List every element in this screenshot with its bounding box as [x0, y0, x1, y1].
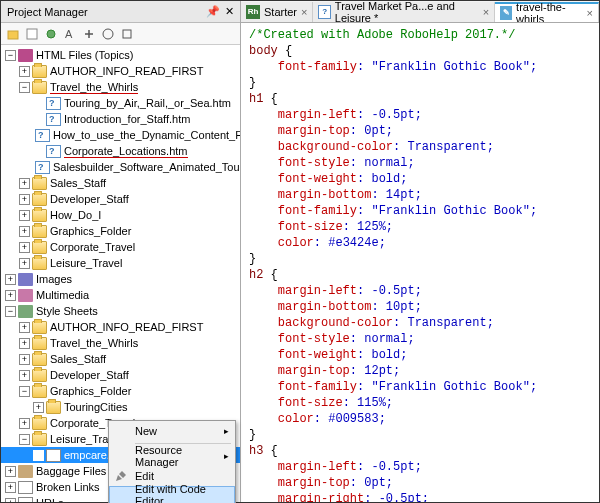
folder-icon: [32, 433, 47, 446]
tree-images[interactable]: +Images: [1, 271, 240, 287]
folder-icon: [32, 225, 47, 238]
folder-icon: [32, 209, 47, 222]
folder-icon: [32, 417, 47, 430]
close-icon[interactable]: ✕: [222, 5, 236, 19]
folder-icon: [32, 385, 47, 398]
toolbar-icon-3[interactable]: [43, 26, 59, 42]
folder-icon: [32, 65, 47, 78]
tree-salesbuilder[interactable]: Salesbuilder_Software_Animated_Tour.htm: [1, 159, 240, 175]
tree-howto[interactable]: How_to_use_the_Dynamic_Content_Filters.h…: [1, 127, 240, 143]
folder-icon: [32, 241, 47, 254]
tab-label: Starter: [264, 6, 297, 18]
folder-icon: [32, 193, 47, 206]
panel-title: Project Manager: [5, 6, 206, 18]
tree-ss-graphics[interactable]: −Graphics_Folder: [1, 383, 240, 399]
tab-travel-whirls[interactable]: ✎travel-the-whirls×: [495, 2, 599, 22]
folder-icon: [32, 257, 47, 270]
tree-travel-whirls[interactable]: −Travel_the_Whirls: [1, 79, 240, 95]
htm-icon: [46, 97, 61, 110]
folder-icon: [46, 401, 61, 414]
tree-ss-author[interactable]: +AUTHOR_INFO_READ_FIRST: [1, 319, 240, 335]
htm-icon: [35, 129, 50, 142]
toolbar-icon-2[interactable]: [24, 26, 40, 42]
folder-icon: [32, 369, 47, 382]
url-icon: [18, 497, 33, 503]
tab-label: travel-the-whirls: [516, 1, 582, 23]
svg-text:A: A: [65, 28, 73, 40]
tree-ss-touring-cities[interactable]: +TouringCities: [1, 399, 240, 415]
htm-tab-icon: ?: [318, 5, 330, 19]
book-icon: [18, 465, 33, 478]
folder-icon: [32, 177, 47, 190]
code-selector: h1: [249, 92, 263, 106]
tree-leisure-travel[interactable]: +Leisure_Travel: [1, 255, 240, 271]
tree-html-files[interactable]: −HTML Files (Topics): [1, 47, 240, 63]
tab-close-icon[interactable]: ×: [301, 6, 307, 18]
toolbar-icon-4[interactable]: A: [62, 26, 78, 42]
svg-rect-5: [123, 30, 131, 38]
tree-dev-staff[interactable]: +Developer_Staff: [1, 191, 240, 207]
toolbar-icon-6[interactable]: [100, 26, 116, 42]
tree-sales-staff[interactable]: +Sales_Staff: [1, 175, 240, 191]
tab-starter[interactable]: RhStarter×: [241, 2, 313, 22]
tree-ss-sales[interactable]: +Sales_Staff: [1, 351, 240, 367]
pencil-icon: [114, 469, 128, 483]
menu-resource-manager[interactable]: Resource Manager▸: [109, 446, 235, 466]
htm-icon: [46, 113, 61, 126]
submenu-arrow-icon: ▸: [224, 451, 229, 461]
toolbar-icon-1[interactable]: [5, 26, 21, 42]
folder-icon: [32, 337, 47, 350]
robohelp-icon: Rh: [246, 5, 260, 19]
book-icon: [18, 289, 33, 302]
tree-author-info[interactable]: +AUTHOR_INFO_READ_FIRST: [1, 63, 240, 79]
menu-edit-code[interactable]: Edit with Code Editor: [109, 486, 235, 503]
code-selector: h2: [249, 268, 263, 282]
context-menu: New▸ Resource Manager▸ Edit Edit with Co…: [108, 420, 236, 503]
toolbar-icon-5[interactable]: [81, 26, 97, 42]
tab-label: Travel Market Pa...e and Leisure *: [335, 1, 479, 23]
toolbar-icon-7[interactable]: [119, 26, 135, 42]
tree-graphics[interactable]: +Graphics_Folder: [1, 223, 240, 239]
svg-rect-0: [8, 31, 18, 39]
htm-icon: [46, 145, 61, 158]
css-tab-icon: ✎: [500, 6, 512, 20]
tree-multimedia[interactable]: +Multimedia: [1, 287, 240, 303]
folder-icon: [32, 321, 47, 334]
tab-close-icon[interactable]: ×: [483, 6, 489, 18]
tree-intro[interactable]: Introduction_for_Staff.htm: [1, 111, 240, 127]
tree-ss-travel[interactable]: +Travel_the_Whirls: [1, 335, 240, 351]
folder-icon: [32, 353, 47, 366]
tab-close-icon[interactable]: ×: [587, 7, 593, 19]
editor-tabs: RhStarter× ?Travel Market Pa...e and Lei…: [241, 1, 599, 23]
tree-corp-loc[interactable]: Corporate_Locations.htm: [1, 143, 240, 159]
book-icon: [18, 273, 33, 286]
tab-travel-market[interactable]: ?Travel Market Pa...e and Leisure *×: [313, 2, 495, 22]
code-editor[interactable]: /*Created with Adobe RoboHelp 2017.*/ bo…: [241, 23, 599, 502]
tree-touring[interactable]: Touring_by_Air,_Rail,_or_Sea.htm: [1, 95, 240, 111]
link-icon: [18, 481, 33, 494]
htm-icon: [35, 161, 50, 174]
code-comment: /*Created with Adobe RoboHelp 2017.*/: [249, 28, 515, 42]
folder-icon: [32, 81, 47, 94]
book-icon: [18, 305, 33, 318]
svg-point-2: [47, 30, 55, 38]
book-icon: [18, 49, 33, 62]
submenu-arrow-icon: ▸: [224, 426, 229, 436]
code-selector: body: [249, 44, 278, 58]
css-icon: [46, 449, 61, 462]
panel-header: Project Manager 📌 ✕: [1, 1, 240, 23]
svg-rect-1: [27, 29, 37, 39]
menu-new[interactable]: New▸: [109, 421, 235, 441]
tree-corp-travel[interactable]: +Corporate_Travel: [1, 239, 240, 255]
tree-style-sheets[interactable]: −Style Sheets: [1, 303, 240, 319]
tree-how-do-i[interactable]: +How_Do_I: [1, 207, 240, 223]
project-toolbar: A: [1, 23, 240, 45]
tree-ss-dev[interactable]: +Developer_Staff: [1, 367, 240, 383]
svg-point-4: [103, 29, 113, 39]
pin-icon[interactable]: 📌: [206, 5, 220, 19]
code-selector: h3: [249, 444, 263, 458]
